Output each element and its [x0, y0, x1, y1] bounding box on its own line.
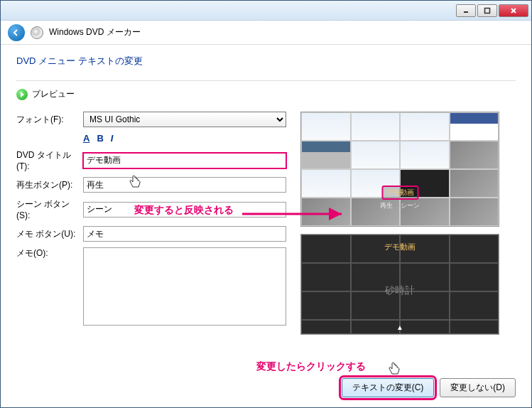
note-label: メモ(O):	[16, 247, 80, 259]
preview-menu-title: デモ動画	[381, 186, 418, 200]
font-select[interactable]: MS UI Gothic	[83, 112, 286, 127]
content-area: DVD メニュー テキストの変更 プレビュー フォント(F): MS UI Go…	[1, 45, 531, 345]
preview-button[interactable]: プレビュー	[16, 88, 75, 100]
no-change-button[interactable]: 変更しない(D)	[440, 378, 516, 397]
note-btn-label: メモ ボタン(U):	[16, 228, 80, 240]
play-label: 再生ボタン(P):	[16, 179, 80, 191]
preview-panel: デモ動画 再生 シーン デモ動画 砂時計 ▲	[300, 112, 499, 335]
maximize-button[interactable]	[477, 4, 497, 17]
scene-label: シーン ボタン(S):	[16, 198, 80, 220]
app-window: Windows DVD メーカー DVD メニュー テキストの変更 プレビュー …	[0, 0, 532, 408]
play-icon	[16, 89, 28, 100]
font-label: フォント(F):	[16, 114, 80, 126]
preview-sub-text: 砂時計	[301, 284, 499, 297]
header-bar: Windows DVD メーカー	[1, 21, 531, 45]
button-bar: テキストの変更(C) 変更しない(D)	[342, 378, 516, 397]
italic-button[interactable]: I	[111, 133, 114, 144]
close-button[interactable]	[499, 4, 528, 17]
change-text-button[interactable]: テキストの変更(C)	[342, 378, 435, 397]
style-buttons: A B I	[83, 133, 286, 144]
preview-grid-top: デモ動画 再生 シーン	[300, 112, 499, 227]
bold-button[interactable]: B	[97, 133, 103, 144]
annotation-click: 変更したらクリックする	[256, 360, 366, 373]
window-title: Windows DVD メーカー	[49, 26, 141, 38]
up-arrow-icon: ▲	[396, 323, 403, 331]
form-panel: フォント(F): MS UI Gothic A B I DVD タイトル(T):…	[16, 112, 286, 331]
dvd-icon	[31, 26, 43, 39]
svg-rect-1	[485, 8, 490, 13]
preview-label: プレビュー	[32, 88, 75, 100]
underline-button[interactable]: A	[83, 133, 89, 144]
scene-button-input[interactable]	[83, 202, 286, 218]
page-title: DVD メニュー テキストの変更	[16, 55, 516, 68]
minimize-button[interactable]	[456, 4, 476, 17]
titlebar	[1, 1, 531, 21]
divider	[16, 80, 516, 81]
preview-sub-title: デモ動画	[301, 242, 499, 252]
note-button-input[interactable]	[83, 226, 286, 242]
note-textarea[interactable]	[83, 247, 286, 326]
cursor-hand-icon	[388, 362, 401, 379]
title-label: DVD タイトル(T):	[16, 149, 80, 171]
back-button[interactable]	[8, 24, 25, 41]
play-button-input[interactable]	[83, 177, 286, 193]
dvd-title-input[interactable]	[83, 153, 286, 168]
preview-grid-bottom: デモ動画 砂時計 ▲	[300, 234, 499, 335]
